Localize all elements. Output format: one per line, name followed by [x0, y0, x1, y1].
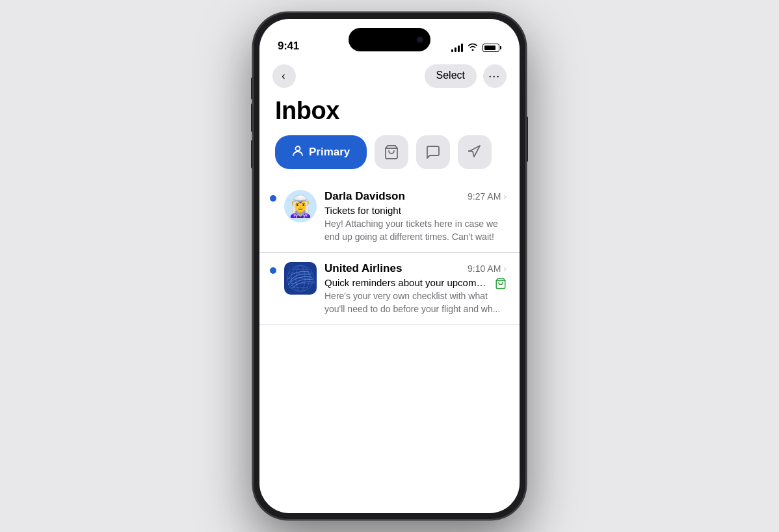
svg-point-0 — [296, 146, 300, 151]
primary-tab-label: Primary — [309, 146, 350, 159]
email-subject-united: Quick reminders about your upcoming... — [324, 277, 487, 288]
signal-icon — [451, 43, 463, 52]
signal-bar-3 — [458, 46, 460, 52]
email-time-darla: 9:27 AM — [468, 191, 501, 202]
email-header-darla: Darla Davidson 9:27 AM › — [324, 190, 507, 203]
signal-bar-4 — [461, 44, 463, 52]
back-chevron-icon: ‹ — [282, 70, 285, 82]
nav-right-actions: Select ●●● — [425, 64, 507, 88]
wifi-icon — [468, 42, 478, 53]
email-meta-darla: 9:27 AM › — [468, 191, 507, 202]
select-button[interactable]: Select — [425, 64, 477, 88]
phone-screen: 9:41 — [259, 19, 520, 513]
unread-indicator-united — [270, 267, 276, 274]
dynamic-island — [349, 28, 430, 51]
status-icons — [451, 42, 501, 53]
signal-bar-1 — [451, 49, 453, 52]
signal-bar-2 — [455, 47, 456, 52]
email-sender-united: United Airlines — [324, 262, 402, 275]
email-chevron-icon: › — [503, 191, 507, 202]
email-content-united: United Airlines 9:10 AM › Quick reminder… — [324, 262, 507, 315]
filter-tab-shopping[interactable] — [375, 135, 408, 169]
email-meta-united: 9:10 AM › — [468, 263, 507, 274]
primary-tab-person-icon — [292, 145, 304, 160]
email-sender-darla: Darla Davidson — [324, 190, 405, 203]
shopping-badge-icon — [495, 278, 507, 289]
back-button[interactable]: ‹ — [272, 64, 296, 88]
email-time-united: 9:10 AM — [468, 263, 501, 274]
phone-mockup: 9:41 — [253, 12, 526, 520]
avatar-united-airlines — [284, 262, 317, 295]
camera-dot — [416, 36, 424, 44]
email-preview-united: Here's your very own checklist with what… — [324, 290, 507, 315]
filter-tab-promotions[interactable] — [458, 135, 492, 169]
navigation-bar: ‹ Select ●●● — [259, 59, 520, 90]
email-chevron-united-icon: › — [503, 263, 507, 274]
avatar-darla: 🧝‍♀️ — [284, 190, 317, 222]
inbox-title: Inbox — [259, 90, 520, 135]
email-item-united[interactable]: United Airlines 9:10 AM › Quick reminder… — [259, 253, 520, 325]
phone-frame: 9:41 — [253, 12, 526, 520]
email-item-darla[interactable]: 🧝‍♀️ Darla Davidson 9:27 AM › Tickets fo… — [259, 181, 520, 253]
filter-tab-primary[interactable]: Primary — [275, 135, 367, 169]
filter-tab-social[interactable] — [416, 135, 450, 169]
email-subject-darla: Tickets for tonight — [324, 205, 507, 216]
more-button[interactable]: ●●● — [483, 64, 507, 88]
battery-icon — [482, 44, 501, 52]
status-time: 9:41 — [278, 40, 299, 53]
email-list: 🧝‍♀️ Darla Davidson 9:27 AM › Tickets fo… — [259, 181, 520, 325]
email-content-darla: Darla Davidson 9:27 AM › Tickets for ton… — [324, 190, 507, 243]
email-preview-darla: Hey! Attaching your tickets here in case… — [324, 218, 507, 243]
unread-indicator — [270, 195, 276, 202]
email-header-united: United Airlines 9:10 AM › — [324, 262, 507, 275]
email-subject-row-united: Quick reminders about your upcoming... — [324, 277, 507, 290]
filter-tabs: Primary — [259, 135, 520, 181]
avatar-emoji-icon: 🧝‍♀️ — [287, 196, 313, 217]
more-icon: ●●● — [489, 74, 501, 78]
